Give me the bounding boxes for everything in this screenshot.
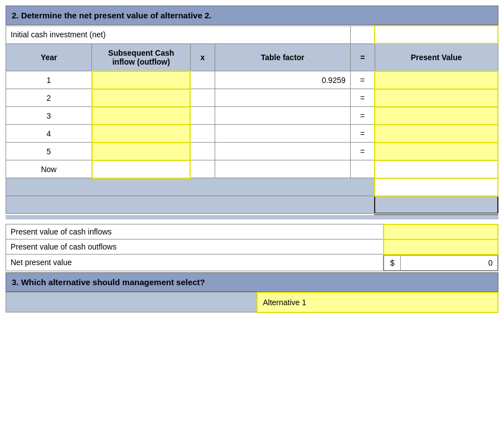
pv-inflows-row: Present value of cash inflows (6, 224, 498, 239)
pv-outflows-row: Present value of cash outflows (6, 239, 498, 255)
alt-table: Alternative 1 (6, 292, 498, 313)
pv-input-2[interactable] (375, 89, 498, 107)
npv-inner-table: $ 0 (384, 255, 497, 271)
equals-cell-5: = (350, 143, 375, 160)
main-table: Initial cash investment (net) Year Subse… (6, 25, 498, 215)
equals-cell-2: = (350, 89, 375, 107)
subtotal-input-1[interactable] (375, 178, 498, 196)
initial-equals-cell (350, 26, 375, 43)
alt-spacer (6, 292, 257, 312)
pv-inflows-input[interactable] (384, 224, 498, 239)
equals-cell-3: = (350, 107, 375, 125)
initial-cash-row: Initial cash investment (net) (6, 26, 498, 43)
cashflow-input-3[interactable] (92, 107, 191, 125)
subtotal-row-1 (6, 178, 498, 196)
pv-table: Present value of cash inflows Present va… (6, 224, 498, 271)
equals-cell-1: = (350, 71, 375, 89)
table-row: 5 = (6, 143, 498, 160)
equals-header: = (350, 43, 375, 71)
section2-title: 2. Determine the net present value of al… (12, 11, 211, 20)
table-row: Now (6, 160, 498, 178)
year-cell: 4 (6, 125, 92, 143)
present-value-header: Present Value (375, 43, 498, 71)
alt-input[interactable]: Alternative 1 (257, 292, 498, 312)
pv-input-5[interactable] (375, 143, 498, 160)
section3-header: 3. Which alternative should management s… (6, 272, 498, 292)
npv-value-display: 0 (401, 255, 497, 270)
cashflow-input-5[interactable] (92, 143, 191, 160)
npv-value-cell: $ 0 (384, 255, 498, 271)
now-pv-input[interactable] (375, 160, 498, 178)
x-cell-4 (190, 125, 215, 143)
table-factor-cell-4 (215, 125, 351, 143)
initial-pv-input[interactable] (375, 26, 498, 43)
alt-row: Alternative 1 (6, 292, 498, 312)
year-header: Year (6, 43, 92, 71)
npv-inner-row: $ 0 (384, 255, 497, 270)
table-factor-cell-2 (215, 89, 351, 107)
table-row: 4 = (6, 125, 498, 143)
now-cashflow-input[interactable] (92, 160, 191, 178)
npv-label: Net present value (6, 255, 384, 271)
x-cell-3 (190, 107, 215, 125)
pv-input-3[interactable] (375, 107, 498, 125)
pv-input-1[interactable] (375, 71, 498, 89)
section2-header: 2. Determine the net present value of al… (6, 6, 498, 25)
table-row: 1 0.9259 = (6, 71, 498, 89)
x-cell-2 (190, 89, 215, 107)
x-cell-1 (190, 71, 215, 89)
table-factor-cell-5 (215, 143, 351, 160)
table-row: 3 = (6, 107, 498, 125)
year-cell: 1 (6, 71, 92, 89)
year-cell: 3 (6, 107, 92, 125)
page-container: 2. Determine the net present value of al… (0, 0, 504, 319)
now-year-cell: Now (6, 160, 92, 178)
pv-input-4[interactable] (375, 125, 498, 143)
dollar-sign-cell: $ (384, 255, 401, 270)
table-row: 2 = (6, 89, 498, 107)
x-header: x (190, 43, 215, 71)
pv-section: Present value of cash inflows Present va… (6, 224, 498, 271)
year-cell: 2 (6, 89, 92, 107)
subtotal-row-2 (6, 196, 498, 214)
x-cell-5 (190, 143, 215, 160)
year-cell: 5 (6, 143, 92, 160)
cashflow-header: Subsequent Cash inflow (outflow) (92, 43, 191, 71)
table-factor-header: Table factor (215, 43, 351, 71)
cashflow-input-4[interactable] (92, 125, 191, 143)
section3-title: 3. Which alternative should management s… (12, 277, 205, 287)
npv-row: Net present value $ 0 (6, 255, 498, 271)
now-x-cell (190, 160, 215, 178)
pv-outflows-label: Present value of cash outflows (6, 239, 384, 255)
total-input[interactable] (375, 196, 498, 214)
initial-cash-label: Initial cash investment (net) (6, 26, 351, 43)
equals-cell-4: = (350, 125, 375, 143)
now-equals-cell (350, 160, 375, 178)
cashflow-input-1[interactable] (92, 71, 191, 89)
spacer-div (6, 215, 498, 219)
pv-outflows-input[interactable] (384, 239, 498, 255)
table-factor-cell-3 (215, 107, 351, 125)
pv-inflows-label: Present value of cash inflows (6, 224, 384, 239)
column-header-row: Year Subsequent Cash inflow (outflow) x … (6, 43, 498, 71)
subtotal-spacer-2 (6, 196, 375, 214)
table-factor-cell-1: 0.9259 (215, 71, 351, 89)
now-table-factor-cell (215, 160, 351, 178)
cashflow-input-2[interactable] (92, 89, 191, 107)
subtotal-spacer-1 (6, 178, 375, 196)
